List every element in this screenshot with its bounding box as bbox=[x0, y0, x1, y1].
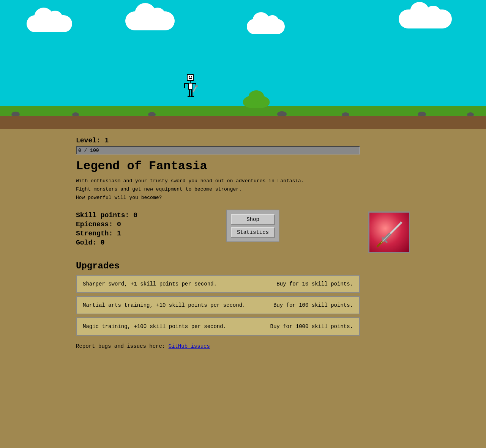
center-panel: Shop Statistics bbox=[145, 210, 361, 242]
game-description: With enthusiasm and your trusty sword yo… bbox=[76, 177, 410, 202]
cloud-4 bbox=[399, 9, 452, 28]
github-issues-link[interactable]: GitHub issues bbox=[169, 343, 210, 349]
svg-rect-17 bbox=[191, 96, 194, 97]
monster-blob bbox=[243, 95, 270, 108]
menu-box: Shop Statistics bbox=[226, 210, 279, 242]
stick-figure bbox=[178, 74, 205, 108]
rock bbox=[11, 112, 20, 117]
statistics-button[interactable]: Statistics bbox=[231, 227, 275, 238]
rock bbox=[72, 112, 79, 117]
svg-rect-16 bbox=[188, 96, 191, 97]
sword-image bbox=[368, 211, 410, 253]
main-area: Skill points: 0 Epicness: 0 Strength: 1 … bbox=[76, 211, 410, 253]
sword-icon bbox=[371, 215, 409, 252]
game-title: Legend of Fantasia bbox=[76, 159, 410, 173]
svg-rect-2 bbox=[189, 76, 190, 77]
svg-rect-15 bbox=[191, 90, 193, 96]
rock bbox=[148, 112, 156, 117]
ground bbox=[0, 106, 486, 129]
upgrades-title: Upgrades bbox=[76, 261, 410, 271]
footer: Report bugs and issues here: GitHub issu… bbox=[76, 343, 410, 349]
cloud-2 bbox=[125, 11, 175, 30]
rock bbox=[467, 112, 474, 117]
upgrade-item-0[interactable]: Sharper sword, +1 skill points per secon… bbox=[76, 275, 360, 293]
upgrade-desc-1: Martial arts training, +10 skill points … bbox=[83, 302, 245, 308]
upgrade-item-2[interactable]: Magic training, +100 skill points per se… bbox=[76, 317, 360, 336]
svg-line-22 bbox=[381, 224, 400, 243]
xp-bar: 0 / 100 bbox=[76, 146, 360, 155]
rock bbox=[342, 112, 349, 117]
upgrade-cost-2: Buy for 1000 skill points. bbox=[270, 323, 353, 330]
footer-text: Report bugs and issues here: bbox=[76, 343, 169, 349]
svg-rect-10 bbox=[184, 84, 185, 88]
skill-points-stat: Skill points: 0 bbox=[76, 211, 137, 219]
svg-rect-5 bbox=[190, 81, 191, 83]
svg-rect-3 bbox=[191, 76, 192, 77]
gold-stat: Gold: 0 bbox=[76, 239, 137, 246]
cloud-1 bbox=[27, 15, 72, 32]
game-scene bbox=[0, 0, 486, 129]
description-line3: How powerful will you become? bbox=[76, 195, 162, 200]
rock bbox=[277, 111, 287, 117]
upgrade-desc-0: Sharper sword, +1 skill points per secon… bbox=[83, 281, 217, 287]
svg-rect-8 bbox=[184, 83, 188, 84]
upgrade-cost-0: Buy for 10 skill points. bbox=[276, 281, 353, 287]
content-area: Level: 1 0 / 100 Legend of Fantasia With… bbox=[0, 129, 486, 361]
svg-rect-13 bbox=[195, 85, 198, 87]
level-display: Level: 1 bbox=[76, 137, 410, 144]
shop-button[interactable]: Shop bbox=[231, 214, 275, 225]
description-line1: With enthusiasm and your trusty sword yo… bbox=[76, 178, 304, 184]
svg-rect-14 bbox=[189, 90, 190, 96]
cloud-3 bbox=[247, 19, 285, 34]
stats-area: Skill points: 0 Epicness: 0 Strength: 1 … bbox=[76, 211, 137, 248]
svg-rect-7 bbox=[189, 84, 192, 89]
upgrade-cost-1: Buy for 100 skill points. bbox=[273, 302, 353, 308]
epicness-stat: Epicness: 0 bbox=[76, 221, 137, 228]
svg-rect-4 bbox=[189, 78, 192, 79]
upgrade-desc-2: Magic training, +100 skill points per se… bbox=[83, 323, 226, 330]
rock bbox=[418, 112, 426, 117]
xp-label: 0 / 100 bbox=[78, 148, 99, 153]
description-line2: Fight monsters and get new equipment to … bbox=[76, 186, 242, 192]
upgrade-item-1[interactable]: Martial arts training, +10 skill points … bbox=[76, 296, 360, 314]
strength-stat: Strength: 1 bbox=[76, 230, 137, 237]
